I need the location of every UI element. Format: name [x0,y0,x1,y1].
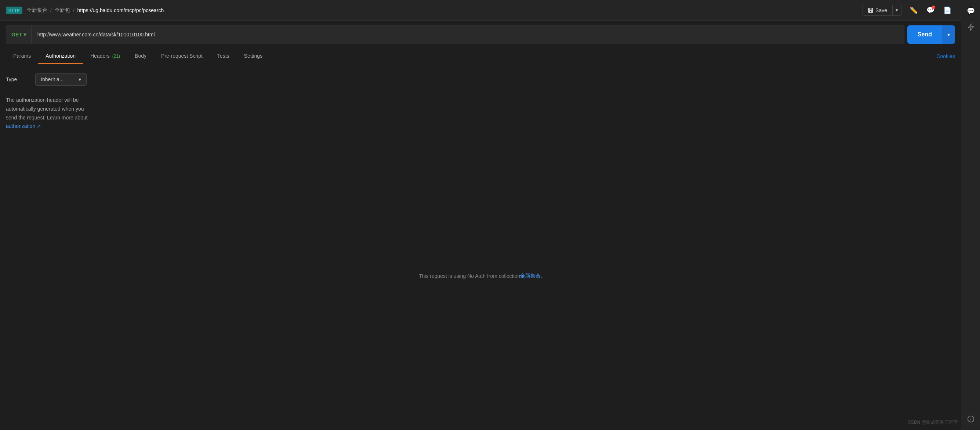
sidebar-lightning-button[interactable] [964,21,977,34]
http-badge: HTTP [6,6,22,14]
save-dropdown-button[interactable]: ▾ [892,5,901,15]
tab-authorization[interactable]: Authorization [38,48,83,64]
svg-marker-0 [968,24,974,30]
tab-settings[interactable]: Settings [237,48,270,64]
lightning-icon [967,24,975,31]
breadcrumb-current-url: https://ug.baidu.com/mcp/pc/pcsearch [78,7,164,13]
sidebar-chat-button[interactable]: 💬 [964,5,977,18]
method-label: GET [11,32,22,37]
top-bar: HTTP 全新集合 / 全新包 / https://ug.baidu.com/m… [0,0,961,21]
tab-body[interactable]: Body [127,48,154,64]
send-dropdown-button[interactable]: ▾ [942,26,955,44]
tab-params[interactable]: Params [6,48,38,64]
type-row: Type Inherit a... ▾ [6,73,955,86]
tab-headers[interactable]: Headers (21) [83,48,127,64]
notification-dot [932,5,935,9]
top-bar-icons: ✏️ 💬 📄 [906,4,955,16]
url-input[interactable] [32,26,904,44]
notification-button[interactable]: 💬 [923,4,938,16]
center-message: This request is using No Auth from colle… [6,131,955,421]
authorization-link[interactable]: authorization ↗ [6,123,41,129]
right-sidebar: 💬 [961,0,980,430]
save-button-group: Save ▾ [862,5,902,16]
breadcrumb-package[interactable]: 全新包 [55,7,70,14]
info-icon [967,415,975,423]
type-label: Type [6,77,28,82]
edit-icon-button[interactable]: ✏️ [906,4,921,16]
url-input-container: GET ▾ [6,25,904,44]
auth-description: The authorization header will be automat… [6,96,130,131]
type-dropdown-value: Inherit a... [41,77,64,82]
type-dropdown-chevron: ▾ [78,77,81,82]
breadcrumb-sep1: / [50,7,52,13]
tab-tests[interactable]: Tests [210,48,237,64]
tabs-bar: Params Authorization Headers (21) Body P… [0,48,961,64]
collection-link[interactable]: 全新集合 [520,273,541,279]
tab-pre-request-script[interactable]: Pre-request Script [154,48,210,64]
method-chevron: ▾ [24,32,26,37]
watermark: CSDN @测试菜鸟·王同学 [908,419,958,425]
headers-badge: (21) [112,54,120,59]
type-dropdown[interactable]: Inherit a... ▾ [35,73,87,86]
save-icon [868,8,873,13]
doc-icon-button[interactable]: 📄 [940,4,955,16]
method-selector[interactable]: GET ▾ [6,26,32,44]
url-bar: GET ▾ Send ▾ [0,21,961,48]
content-area: Type Inherit a... ▾ The authorization he… [0,64,961,430]
save-button[interactable]: Save [863,5,892,16]
sidebar-info-button[interactable] [964,412,977,425]
send-button-group: Send ▾ [907,26,955,44]
cookies-link[interactable]: Cookies [936,49,955,64]
breadcrumb-sep2: / [73,7,75,13]
breadcrumb-collection[interactable]: 全新集合 [27,7,47,14]
send-button[interactable]: Send [907,26,942,44]
breadcrumb: 全新集合 / 全新包 / https://ug.baidu.com/mcp/pc… [27,7,164,14]
